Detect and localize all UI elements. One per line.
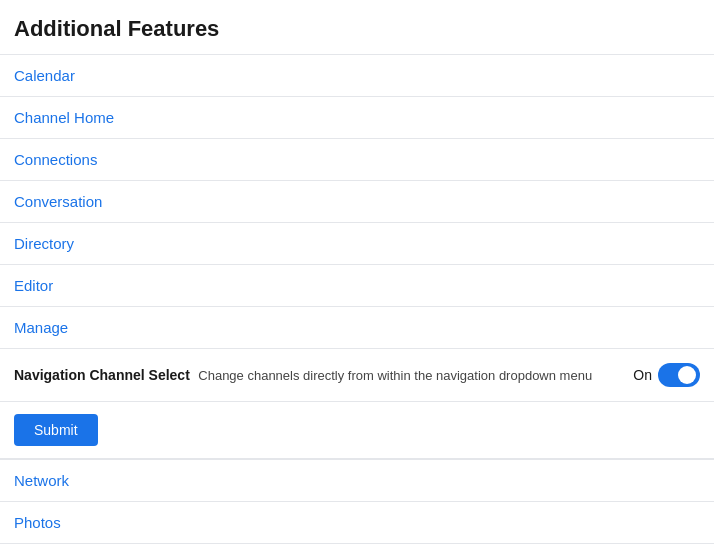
submit-button[interactable]: Submit — [14, 414, 98, 446]
nav-item-editor[interactable]: Editor — [0, 264, 714, 306]
toggle-wrapper: On — [633, 363, 700, 387]
nav-list-top: CalendarChannel HomeConnectionsConversat… — [0, 54, 714, 348]
nav-item-network[interactable]: Network — [0, 459, 714, 501]
feature-title: Navigation Channel Select — [14, 367, 190, 383]
navigation-channel-select-row: Navigation Channel Select Change channel… — [0, 348, 714, 402]
feature-description: Change channels directly from within the… — [198, 368, 592, 383]
nav-item-connections[interactable]: Connections — [0, 138, 714, 180]
submit-row: Submit — [0, 402, 714, 459]
nav-list-bottom: NetworkPhotosProfiles — [0, 459, 714, 546]
nav-item-manage[interactable]: Manage — [0, 306, 714, 348]
nav-item-calendar[interactable]: Calendar — [0, 54, 714, 96]
page-title: Additional Features — [0, 16, 714, 54]
toggle-label: On — [633, 367, 652, 383]
nav-item-channel-home[interactable]: Channel Home — [0, 96, 714, 138]
main-container: Additional Features CalendarChannel Home… — [0, 0, 714, 546]
nav-item-directory[interactable]: Directory — [0, 222, 714, 264]
nav-item-photos[interactable]: Photos — [0, 501, 714, 543]
nav-item-conversation[interactable]: Conversation — [0, 180, 714, 222]
navigation-channel-toggle[interactable] — [658, 363, 700, 387]
